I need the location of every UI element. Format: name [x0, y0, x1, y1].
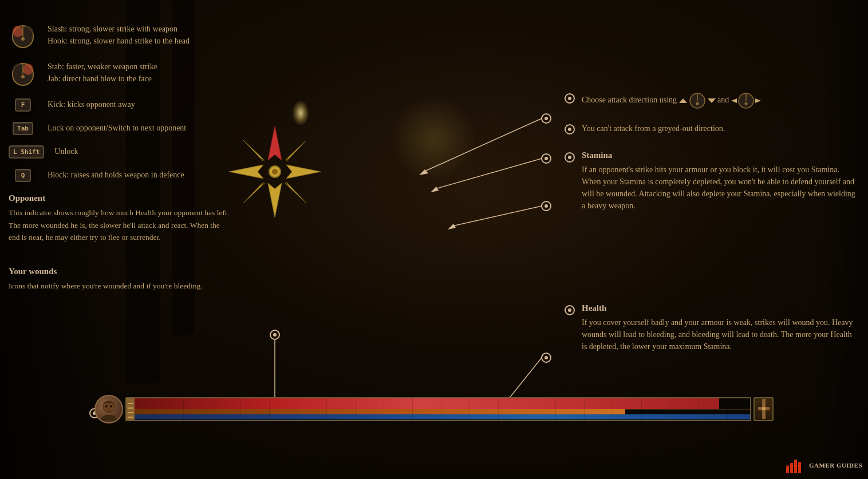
svg-rect-71	[790, 463, 793, 473]
and-text: and	[717, 96, 729, 104]
svg-rect-74	[786, 465, 801, 466]
svg-rect-73	[798, 462, 801, 473]
health-body: If you cover yourself badly and your arm…	[582, 316, 857, 353]
callout-text-greyed-out: You can't attack from a greyed-out direc…	[582, 122, 725, 134]
callout-dot-stamina	[565, 152, 575, 163]
health-title: Health	[582, 303, 857, 313]
svg-rect-63	[128, 403, 133, 404]
svg-point-41	[21, 37, 25, 41]
lockon-text: Lock on opponent/Switch to next opponent	[48, 122, 186, 134]
key-tab-icon: Tab	[9, 122, 37, 135]
svg-rect-38	[13, 26, 23, 37]
svg-point-56	[744, 102, 747, 105]
hud-bar-area	[94, 393, 774, 425]
stamina-callout-row: Stamina If an opponent's strike hits you…	[565, 151, 857, 212]
svg-point-61	[108, 408, 110, 409]
svg-point-69	[762, 407, 766, 410]
bar-left-cap	[127, 398, 135, 420]
control-row-stab-jab: Stab: faster, weaker weapon strike Jab: …	[9, 61, 306, 88]
gamer-guides-logo: GAMER GUIDES	[786, 457, 862, 473]
svg-marker-48	[679, 98, 687, 103]
slash-hook-text: Slash: strong, slower strike with weapon…	[48, 23, 190, 47]
opponent-title: Opponent	[9, 193, 306, 203]
svg-rect-39	[23, 26, 33, 37]
wounds-section: Your wounds Icons that notify where you'…	[9, 267, 306, 292]
gamer-guides-icon	[786, 457, 804, 473]
callout-dot-health	[565, 305, 575, 315]
opponent-body: This indicator shows roughly how much He…	[9, 207, 232, 244]
hud-right-cap	[753, 397, 774, 421]
gamer-guides-text: GAMER GUIDES	[809, 462, 862, 469]
svg-rect-64	[128, 407, 133, 409]
callout-greyed-out: You can't attack from a greyed-out direc…	[565, 122, 857, 134]
main-content: Slash: strong, slower strike with weapon…	[0, 0, 868, 479]
bar-ticks	[127, 398, 750, 420]
callout-text-attack-direction: Choose attack direction using and	[582, 92, 761, 110]
control-row-block: Q Block: raises and holds weapon in defe…	[9, 169, 306, 182]
health-block: Health If you cover yourself badly and y…	[565, 303, 857, 353]
svg-rect-70	[786, 466, 789, 473]
svg-point-60	[110, 405, 112, 407]
mouse-icon-small	[9, 61, 37, 88]
svg-rect-45	[23, 64, 33, 75]
unlock-text: Unlock	[54, 145, 78, 157]
hud-bar-container	[94, 393, 774, 425]
callout-attack-direction: Choose attack direction using and	[565, 92, 857, 110]
health-callout-row: Health If you cover yourself badly and y…	[565, 303, 857, 353]
control-row-unlock: L Shift Unlock	[9, 145, 306, 159]
control-row-kick: F Kick: kicks opponent away	[9, 98, 306, 112]
callout-dot-1	[565, 93, 575, 104]
control-row-lockon: Tab Lock on opponent/Switch to next oppo…	[9, 122, 306, 135]
stamina-title: Stamina	[582, 151, 857, 160]
key-f-icon: F	[9, 98, 37, 112]
svg-marker-53	[731, 98, 737, 103]
stamina-block: Stamina If an opponent's strike hits you…	[565, 151, 857, 212]
stab-jab-text: Stab: faster, weaker weapon strike Jab: …	[48, 61, 157, 85]
svg-point-51	[696, 102, 699, 105]
left-panel: Slash: strong, slower strike with weapon…	[9, 23, 306, 292]
kick-text: Kick: kicks opponent away	[48, 98, 135, 110]
block-text: Block: raises and holds weapon in defenc…	[48, 169, 184, 181]
svg-rect-66	[128, 417, 133, 418]
right-panel: Choose attack direction using and You ca…	[565, 92, 857, 369]
svg-marker-57	[755, 98, 761, 103]
callout-dot-2	[565, 124, 575, 134]
svg-rect-44	[13, 64, 23, 75]
wounds-title: Your wounds	[9, 267, 306, 276]
key-q-icon: Q	[9, 169, 37, 182]
svg-point-47	[21, 75, 25, 78]
stamina-content: Stamina If an opponent's strike hits you…	[582, 151, 857, 212]
wounds-body: Icons that notify where you're wounded a…	[9, 280, 232, 292]
health-content: Health If you cover yourself badly and y…	[582, 303, 857, 353]
svg-point-59	[105, 405, 108, 407]
opponent-section: Opponent This indicator shows roughly ho…	[9, 193, 306, 244]
control-row-slash-hook: Slash: strong, slower strike with weapon…	[9, 23, 306, 50]
stamina-body: If an opponent's strike hits your armour…	[582, 164, 857, 212]
svg-marker-52	[708, 98, 716, 103]
hud-portrait	[94, 395, 123, 423]
svg-rect-65	[128, 412, 133, 413]
mouse-icon-large	[9, 23, 37, 50]
key-lshift-icon: L Shift	[9, 145, 44, 159]
